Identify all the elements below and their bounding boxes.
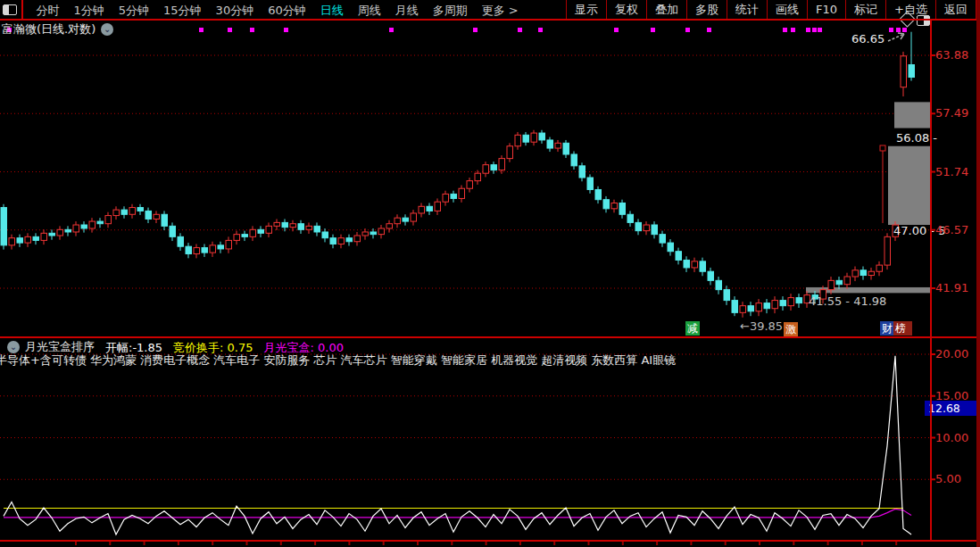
toolbar-button-画线[interactable]: 画线 [767,0,807,19]
toolbar-button-复权[interactable]: 复权 [606,0,646,19]
period-tab-60分钟[interactable]: 60分钟 [268,4,306,17]
baseline-magenta-line [4,509,911,517]
period-tab-多周期[interactable]: 多周期 [433,4,468,17]
indicator-axis-label-15.00: 15.00 [935,389,968,402]
period-tab-5分钟[interactable]: 5分钟 [119,4,149,17]
candlestick-chart[interactable] [0,20,980,336]
period-tab-15分钟[interactable]: 15分钟 [163,4,202,17]
toolbar-button-返回[interactable]: 返回 [935,0,976,19]
period-tab-月线[interactable]: 月线 [395,4,419,17]
pane-separator [0,336,980,338]
toolbar-buttons: 显示复权叠加多股统计画线F10标记+自选返回 [566,0,976,19]
high-price-label: 66.65 [851,32,884,46]
toolbar-bottom-border [0,19,980,21]
marker-badge-激: 激 [784,322,798,336]
current-value-tag: 12.68 [925,401,978,416]
toolbar-button-显示[interactable]: 显示 [566,0,606,19]
time-axis-line [0,540,980,542]
marker-badge-减: 减 [685,321,700,336]
period-tab-更多 >[interactable]: 更多 > [482,4,519,17]
concept-tags: 半导体+含可转债 华为鸿蒙 消费电子概念 汽车电子 安防服务 芯片 汽车芯片 智… [0,352,928,369]
chevron-down-icon[interactable]: ⌄ [101,23,113,36]
chart-title-row: 富瀚微(日线.对数) ⌄ [2,21,113,37]
price-axis-label-41.91: 41.91 [935,281,968,294]
indicator-chart[interactable] [0,337,980,547]
badge-sliver [908,321,912,336]
toolbar-button-F10[interactable]: F10 [807,0,845,19]
toolbar-button-标记[interactable]: 标记 [845,0,885,19]
toolbar-divider [21,0,23,19]
top-toolbar: 分时1分钟5分钟15分钟30分钟60分钟日线周线月线多周期更多 > 显示复权叠加… [0,0,980,19]
marker-badge-财: 财 [880,321,894,336]
indicator-axis-label-10.00: 10.00 [935,431,968,444]
period-tabs: 分时1分钟5分钟15分钟30分钟60分钟日线周线月线多周期更多 > [29,1,526,19]
main-chart-pane[interactable]: 富瀚微(日线.对数) ⌄ 66.65 56.08 - 47.00 - 5 41.… [0,20,980,336]
toolbar-button-叠加[interactable]: 叠加 [646,0,686,19]
axis-vertical-line [930,20,932,541]
indicator-axis-label-5.00: 5.00 [935,472,961,485]
price-axis-label-63.88: 63.88 [935,48,968,62]
support-range-label: 41.55 - 41.98 [809,294,886,308]
period-tab-30分钟[interactable]: 30分钟 [216,4,254,17]
panel-toggle-icon[interactable] [3,4,17,15]
chevron-down-icon[interactable]: ⌄ [7,341,20,353]
period-tab-分时[interactable]: 分时 [37,4,60,17]
toolbar-button-多股[interactable]: 多股 [686,0,727,19]
price-axis-label-57.49: 57.49 [935,106,968,120]
indicator-pane[interactable]: ⌄ 月光宝盒排序 开幅:-1.85竞价换手: 0.75月光宝盒: 0.00 半导… [0,337,980,547]
period-tab-1分钟[interactable]: 1分钟 [74,4,104,17]
period-tab-日线[interactable]: 日线 [320,4,344,17]
price-axis-label-51.74: 51.74 [935,165,968,178]
low-price-label: ←39.85 [740,319,783,333]
marker-badge-榜: 榜 [893,321,908,336]
chart-title: 富瀚微(日线.对数) [2,21,96,37]
right-scrollbar[interactable] [976,0,980,547]
panel-toggle-right-icon[interactable] [917,15,930,26]
toolbar-button-统计[interactable]: 统计 [727,0,767,19]
price-axis-label-46.57: 46.57 [935,223,968,236]
period-tab-周线[interactable]: 周线 [358,4,381,17]
indicator-axis-label-20.00: 20.00 [935,347,968,361]
signal-white-line [4,356,911,535]
